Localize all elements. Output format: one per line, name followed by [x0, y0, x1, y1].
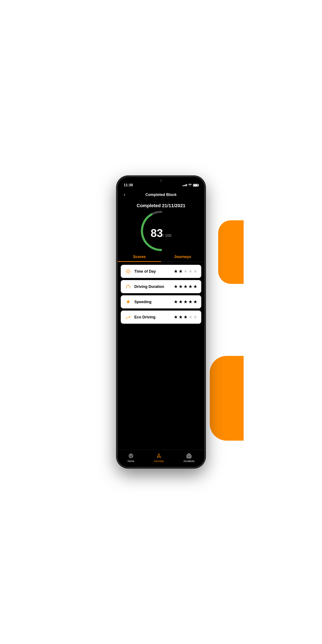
star-2: ★ — [178, 269, 183, 274]
tabs: Scores Journeys — [118, 252, 204, 262]
star-1: ★ — [174, 269, 178, 274]
star-3: ★ — [184, 300, 188, 304]
star-5: ★ — [193, 284, 198, 289]
home-icon — [128, 453, 134, 459]
star-2: ★ — [178, 315, 183, 320]
score-label-speeding: Speeding — [134, 300, 171, 304]
star-5: ★ — [193, 300, 198, 304]
back-button[interactable]: ‹ — [122, 191, 127, 198]
nav-item-journeys[interactable]: Journeys — [154, 453, 164, 463]
status-time: 11:38 — [124, 183, 133, 187]
svg-rect-18 — [188, 456, 190, 457]
star-1: ★ — [174, 300, 178, 304]
star-5: ★ — [193, 269, 198, 274]
star-1: ★ — [174, 315, 178, 320]
phone-top-bar: 11:38 — [118, 177, 204, 189]
page-wrapper: 11:38 — [80, 161, 242, 483]
signal-icon — [182, 184, 187, 186]
svg-point-20 — [190, 456, 191, 457]
phone-notch — [123, 179, 199, 182]
journeys-icon — [156, 453, 162, 459]
star-1: ★ — [174, 284, 178, 289]
nav-item-journeys-label: Journeys — [154, 460, 164, 463]
star-3: ★ — [184, 315, 188, 320]
score-label-time-of-day: Time of Day — [134, 269, 171, 274]
spacer — [118, 324, 204, 450]
nav-title: Completed Block — [145, 192, 176, 197]
score-label-driving-duration: Driving Duration — [134, 284, 171, 289]
score-item-speeding[interactable]: Speeding ★ ★ ★ ★ ★ — [121, 295, 201, 308]
star-5: ★ — [193, 315, 198, 320]
star-4: ★ — [188, 300, 192, 304]
status-bar: 11:38 — [123, 183, 199, 187]
svg-point-15 — [130, 455, 132, 456]
gauge-score-number: 83 — [150, 227, 163, 239]
nav-header: ‹ Completed Block — [118, 189, 204, 201]
wifi-icon — [188, 184, 192, 187]
gauge-score-denom: / 100 — [163, 234, 172, 238]
gauge-svg: 83/ 100 — [138, 214, 184, 248]
svg-line-7 — [126, 270, 127, 270]
star-3: ★ — [184, 284, 188, 289]
time-of-day-icon — [124, 268, 132, 275]
svg-point-19 — [188, 456, 188, 457]
battery-icon — [193, 184, 198, 187]
screen: ‹ Completed Block Completed 21/11/2021 — [118, 189, 204, 467]
nav-item-home[interactable]: Home — [128, 453, 134, 463]
svg-point-2 — [127, 270, 129, 272]
speeding-icon — [124, 298, 132, 306]
orange-blob-top — [218, 220, 244, 284]
star-rating-eco-driving: ★ ★ ★ ★ ★ — [174, 315, 198, 320]
star-rating-time-of-day: ★ ★ ★ ★ ★ — [174, 269, 198, 274]
svg-line-10 — [126, 273, 127, 273]
bottom-nav: Home Journeys — [118, 450, 204, 467]
side-button — [205, 262, 206, 274]
star-4: ★ — [188, 315, 192, 320]
star-rating-driving-duration: ★ ★ ★ ★ ★ — [174, 284, 198, 289]
star-4: ★ — [188, 269, 192, 274]
eco-driving-icon — [124, 314, 132, 321]
gauge-score-text: 83/ 100 — [150, 228, 172, 238]
score-item-eco-driving[interactable]: Eco Driving ★ ★ ★ ★ ★ — [121, 310, 201, 324]
star-4: ★ — [188, 284, 192, 289]
phone-frame: 11:38 — [116, 176, 206, 468]
svg-point-12 — [127, 301, 129, 303]
tab-journeys[interactable]: Journeys — [161, 252, 204, 262]
nav-item-home-label: Home — [128, 460, 134, 463]
camera — [160, 179, 162, 182]
score-list: Time of Day ★ ★ ★ ★ ★ — [118, 264, 204, 324]
score-item-time-of-day[interactable]: Time of Day ★ ★ ★ ★ ★ — [121, 265, 201, 278]
star-2: ★ — [178, 284, 183, 289]
status-icons — [182, 184, 198, 187]
star-2: ★ — [178, 300, 183, 304]
svg-line-9 — [130, 270, 130, 270]
svg-line-8 — [130, 273, 130, 273]
driving-duration-icon — [124, 283, 132, 290]
orange-blob-bottom — [210, 356, 244, 441]
nav-item-accidents[interactable]: Accidents — [184, 453, 194, 463]
score-item-driving-duration[interactable]: Driving Duration ★ ★ ★ ★ ★ — [121, 280, 201, 293]
tab-scores[interactable]: Scores — [118, 252, 161, 262]
star-3: ★ — [184, 269, 188, 274]
nav-item-accidents-label: Accidents — [184, 460, 194, 463]
gauge-container: 83/ 100 — [118, 212, 204, 252]
accidents-icon — [186, 453, 192, 459]
star-rating-speeding: ★ ★ ★ ★ ★ — [174, 300, 198, 304]
score-label-eco-driving: Eco Driving — [134, 315, 171, 320]
